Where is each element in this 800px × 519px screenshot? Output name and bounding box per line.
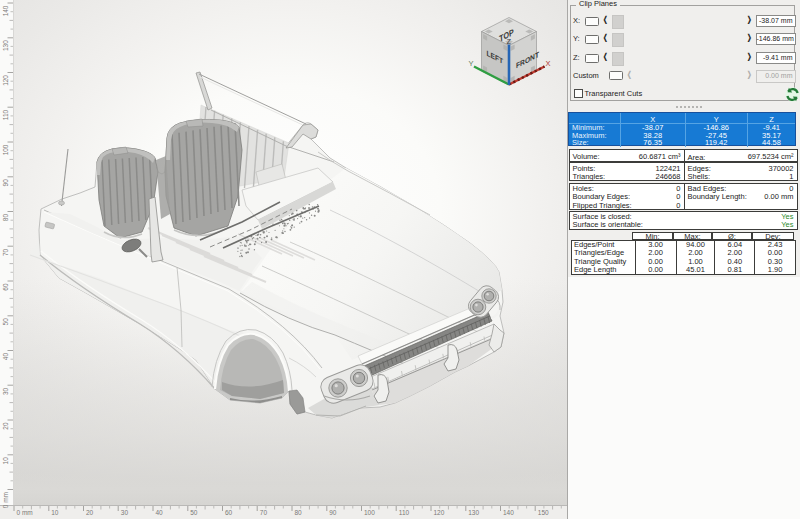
svg-text:90: 90 — [329, 509, 337, 516]
svg-text:110: 110 — [2, 109, 9, 120]
svg-text:X: X — [546, 59, 551, 68]
svg-text:100: 100 — [2, 144, 9, 155]
svg-text:70: 70 — [2, 248, 9, 256]
svg-text:80: 80 — [295, 509, 303, 516]
svg-text:50: 50 — [2, 318, 9, 326]
svg-text:140: 140 — [2, 5, 9, 16]
svg-text:120: 120 — [434, 509, 445, 516]
svg-text:20: 20 — [2, 422, 9, 430]
svg-text:90: 90 — [2, 179, 9, 187]
svg-text:Y: Y — [469, 59, 474, 68]
svg-text:0 mm: 0 mm — [2, 492, 9, 508]
svg-text:80: 80 — [2, 214, 9, 222]
svg-text:30: 30 — [121, 509, 129, 516]
svg-text:60: 60 — [2, 283, 9, 291]
svg-text:110: 110 — [399, 509, 410, 516]
svg-text:50: 50 — [190, 509, 198, 516]
svg-text:40: 40 — [156, 509, 164, 516]
svg-text:60: 60 — [225, 509, 233, 516]
svg-text:100: 100 — [364, 509, 375, 516]
svg-text:20: 20 — [86, 509, 94, 516]
svg-text:70: 70 — [260, 509, 268, 516]
svg-text:10: 10 — [51, 509, 59, 516]
svg-text:130: 130 — [468, 509, 479, 516]
svg-text:30: 30 — [2, 387, 9, 395]
svg-text:0 mm: 0 mm — [17, 509, 33, 516]
svg-text:120: 120 — [2, 75, 9, 86]
svg-text:Z: Z — [507, 37, 512, 46]
svg-text:40: 40 — [2, 353, 9, 361]
svg-text:10: 10 — [2, 457, 9, 465]
svg-text:150: 150 — [538, 509, 549, 516]
svg-text:130: 130 — [2, 40, 9, 51]
svg-text:140: 140 — [503, 509, 514, 516]
